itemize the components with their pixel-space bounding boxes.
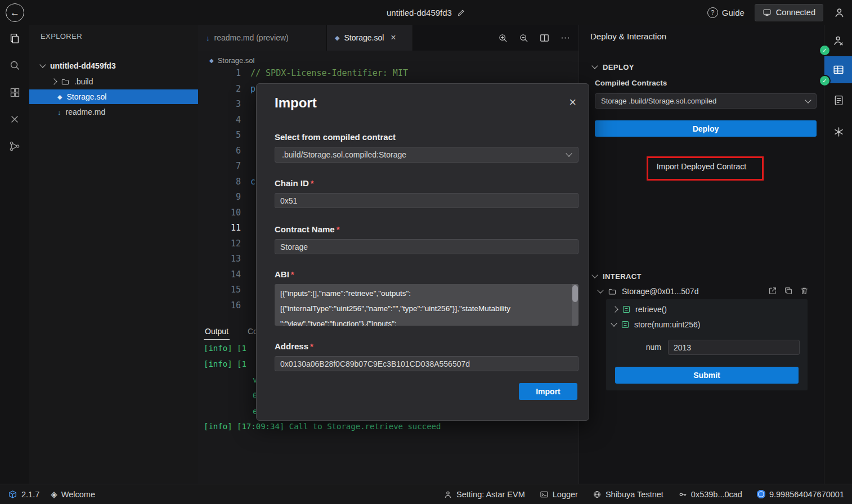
back-button[interactable]: ← [6, 3, 24, 22]
submit-button[interactable]: Submit [615, 367, 799, 384]
abi-text-line: ":"view","type":"function"},{"inputs": [280, 316, 564, 326]
activity-bar-left [0, 25, 29, 484]
sidebar-item-extensions[interactable] [0, 79, 29, 106]
files-icon [8, 32, 21, 44]
section-interact[interactable]: INTERACT [593, 270, 642, 282]
editor-tab-strip: ↓ readme.md (preview) ◆ Storage.sol × [198, 25, 579, 51]
rename-pencil-icon[interactable] [457, 8, 465, 17]
contract-name-input[interactable] [275, 239, 579, 254]
import-deployed-contract-button[interactable]: Import Deployed Contract [653, 161, 750, 172]
setting-label: Setting: Astar EVM [456, 490, 525, 499]
markdown-icon: ↓ [206, 34, 210, 42]
function-store-row[interactable]: store(num:uint256) [612, 318, 701, 331]
breadcrumb-label: Storage.sol [218, 56, 255, 65]
tree-root-folder[interactable]: untitled-dd459fd3 [29, 58, 198, 73]
abi-text-line: [{"inputs":[],"name":"retrieve","outputs… [280, 286, 564, 301]
address-label-text: Address [275, 341, 308, 351]
sidebar-item-git-graph[interactable] [0, 133, 29, 160]
breadcrumb[interactable]: ◆ Storage.sol [209, 54, 254, 66]
section-deploy[interactable]: DEPLOY [593, 61, 634, 73]
tab-output[interactable]: Output [204, 323, 230, 340]
section-deploy-label: DEPLOY [603, 63, 634, 71]
abi-textarea[interactable]: [{"inputs":[],"name":"retrieve","outputs… [275, 284, 579, 326]
network-item[interactable]: Shibuya Testnet [593, 490, 663, 499]
required-asterisk: * [291, 269, 294, 279]
titlebar-actions: ? Guide Connected [707, 0, 845, 25]
deploy-button[interactable]: Deploy [595, 120, 817, 137]
search-icon [8, 59, 21, 71]
folder-icon [61, 77, 70, 86]
function-icon [621, 321, 629, 328]
guide-button[interactable]: ? Guide [707, 7, 745, 18]
code-line-fragment: p [250, 82, 255, 97]
setting-item[interactable]: Setting: Astar EVM [443, 490, 525, 499]
chain-id-input[interactable] [275, 193, 579, 208]
line-number: 10 [198, 205, 241, 221]
user-avatar-icon[interactable] [833, 7, 845, 19]
tab-output-label: Output [205, 327, 228, 336]
tree-item-readme-md[interactable]: ↓ readme.md [29, 105, 198, 119]
scrollbar-thumb[interactable] [572, 285, 578, 302]
chevron-down-icon [611, 320, 617, 326]
close-icon[interactable]: × [569, 96, 576, 109]
compiled-contract-dropdown-value: .build/Storage.sol.compiled:Storage [282, 150, 406, 159]
sidebar-item-search[interactable] [0, 52, 29, 79]
split-editor-icon[interactable] [539, 33, 550, 43]
chevron-down-icon [39, 61, 46, 68]
window-title: untitled-dd459fd3 [387, 8, 452, 17]
function-retrieve-row[interactable]: retrieve() [613, 303, 667, 316]
tab-storage-sol[interactable]: ◆ Storage.sol × [327, 25, 413, 51]
account-item[interactable]: 0x539b...0cad [678, 490, 742, 499]
sidebar-item-close[interactable] [0, 106, 29, 133]
tree-item-storage-sol[interactable]: ◆ Storage.sol [29, 89, 198, 104]
tab-readme-md[interactable]: ↓ readme.md (preview) [198, 25, 327, 51]
line-number: 12 [198, 236, 241, 252]
compiled-contract-select[interactable]: Storage .build/Storage.sol.compiled [595, 93, 817, 109]
openai-icon[interactable] [824, 119, 852, 144]
version-label: 2.1.7 [21, 490, 39, 499]
chevron-down-icon [566, 150, 572, 156]
version-item[interactable]: 2.1.7 [8, 489, 39, 499]
line-number: 13 [198, 251, 241, 267]
document-icon[interactable] [824, 88, 852, 112]
check-badge: ✓ [819, 44, 831, 56]
copy-icon[interactable] [784, 286, 793, 295]
welcome-item[interactable]: ◈ Welcome [51, 489, 95, 500]
code-comment-line: // SPDX-License-Identifier: MIT [250, 66, 408, 82]
balance-item[interactable]: 9.998564047670001 [757, 490, 844, 499]
import-modal: Import × Select from compiled contract .… [256, 83, 589, 421]
more-actions-icon[interactable] [560, 33, 571, 43]
zoom-in-icon[interactable] [497, 33, 508, 43]
tree-root-label: untitled-dd459fd3 [50, 61, 116, 70]
chevron-down-icon [597, 287, 603, 293]
external-link-icon[interactable] [768, 286, 777, 295]
tree-item-label: Storage.sol [66, 92, 106, 101]
sidebar-item-explorer[interactable] [0, 25, 29, 52]
tab-close-icon[interactable]: × [391, 33, 396, 43]
section-interact-label: INTERACT [603, 272, 642, 281]
required-asterisk: * [337, 224, 340, 234]
status-bar-left: 2.1.7 ◈ Welcome [8, 484, 95, 504]
num-param-input[interactable] [668, 340, 800, 355]
required-asterisk: * [311, 178, 314, 188]
function-retrieve-label: retrieve() [635, 305, 667, 314]
logger-label: Logger [553, 490, 578, 499]
compiled-contract-dropdown[interactable]: .build/Storage.sol.compiled:Storage [275, 147, 579, 163]
logger-item[interactable]: Logger [540, 490, 578, 499]
status-bar-right: Setting: Astar EVM Logger Shibuya Testne… [443, 484, 844, 504]
tree-item-build-folder[interactable]: .build [29, 74, 198, 89]
modal-title: Import [275, 95, 317, 111]
line-number: 7 [198, 159, 241, 174]
editor-toolbar [497, 25, 571, 51]
zoom-out-icon[interactable] [518, 33, 529, 43]
contract-instance-row[interactable]: Storage@0x01...507d [598, 285, 698, 298]
trash-icon[interactable] [800, 286, 809, 295]
person-icon [443, 490, 452, 499]
line-number: 1 [198, 66, 241, 82]
import-button[interactable]: Import [519, 383, 577, 400]
scrollbar-track[interactable] [572, 284, 579, 326]
address-input[interactable] [275, 356, 579, 371]
panel-title: Deploy & Interaction [590, 32, 666, 41]
connected-button[interactable]: Connected [755, 4, 823, 21]
required-asterisk: * [310, 341, 313, 351]
